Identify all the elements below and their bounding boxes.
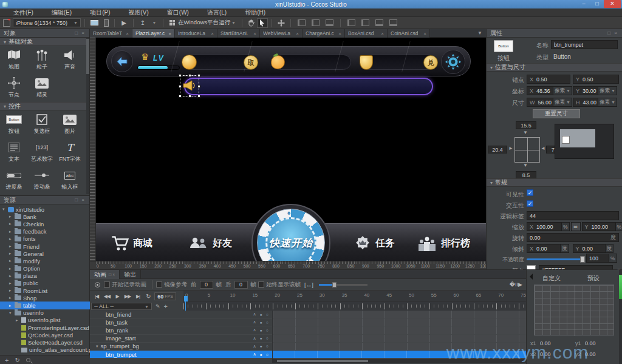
object-item-sound[interactable]: 声音 — [56, 46, 84, 74]
lock-icon[interactable]: ○ — [266, 320, 268, 325]
landscape-mode-button[interactable] — [89, 18, 100, 28]
tab-close-icon[interactable]: × — [423, 31, 426, 36]
publish-button[interactable]: ↥ — [137, 18, 148, 28]
timeline-row-sp_trumpet_bg[interactable]: ▾sp_trumpet_bg∧●○ — [90, 343, 526, 351]
tab-IntroduceLa[interactable]: IntroduceLa× — [175, 29, 217, 38]
widgets-section-header[interactable]: ▾ 控件 — [0, 102, 89, 110]
opacity-slider[interactable] — [527, 258, 583, 260]
tree-row-RoomList[interactable]: ▸RoomList — [0, 287, 90, 294]
resize-handle[interactable] — [179, 85, 182, 88]
tree-row-fonts[interactable]: ▸fonts — [0, 235, 90, 243]
tab-close-icon[interactable]: × — [338, 31, 341, 36]
coordinate-x-unit-select[interactable]: 像素▼ — [553, 86, 572, 95]
size-h-input[interactable]: H43.00 — [573, 98, 598, 107]
resize-handle[interactable] — [188, 74, 191, 77]
tree-row-PromoterInputLayer.csd[interactable]: PromoterInputLayer.csd — [0, 324, 90, 331]
move-up-icon[interactable]: ∧ — [253, 320, 256, 325]
mirror-checkbox[interactable] — [156, 281, 162, 288]
output-tab[interactable]: 输出 — [120, 270, 141, 279]
general-section-header[interactable]: ▾ 常规 — [487, 178, 622, 187]
resize-handle[interactable] — [179, 74, 182, 77]
tree-row-Shop[interactable]: ▸Shop — [0, 294, 90, 302]
tab-CoinAni.csd[interactable]: CoinAni.csd× — [388, 29, 430, 38]
visibility-icon[interactable]: ● — [260, 344, 262, 348]
tree-row-General[interactable]: ▸General — [0, 250, 90, 257]
marquee-input-bar[interactable] — [184, 78, 433, 95]
selection-box[interactable] — [180, 75, 199, 96]
opacity-input[interactable]: 100 — [586, 254, 609, 263]
tree-row-QrCodeLayer.csd[interactable]: QrCodeLayer.csd — [0, 331, 90, 339]
tab-close-icon[interactable]: × — [381, 31, 384, 36]
run-platform-button[interactable]: 在Windows平台运行 ▼ — [167, 18, 238, 28]
scale-x-input[interactable]: X100.00 — [527, 222, 562, 231]
timeline-row-image_start[interactable]: image_start∧●○ — [90, 335, 526, 343]
position-size-section-header[interactable]: ▾ 位置与尺寸 — [487, 63, 622, 72]
select-tool-button[interactable] — [257, 18, 268, 28]
timeline-row-btn_task[interactable]: btn_task∧●○ — [90, 318, 526, 326]
device-select[interactable]: iPhone 6(1334 * 750) ▼ — [13, 18, 81, 27]
visibility-icon[interactable]: ● — [260, 336, 262, 340]
tab-RoomTableT[interactable]: RoomTableT× — [90, 29, 132, 38]
panel-window-icons[interactable]: □ × — [75, 30, 86, 36]
play-button[interactable]: ▶ — [113, 294, 121, 299]
resize-handle[interactable] — [188, 95, 191, 98]
distribute-vertical-icon[interactable] — [361, 19, 369, 26]
move-up-icon[interactable]: ∧ — [253, 344, 256, 349]
menu-item-1[interactable]: 编辑(E) — [52, 8, 72, 17]
anchor-x-input[interactable]: X0.50 — [527, 75, 570, 84]
before-frames-input[interactable]: 0 — [200, 281, 213, 289]
size-w-input[interactable]: W56.00 — [527, 98, 553, 107]
widget-item-art-number[interactable]: [123] 艺术数字 — [28, 138, 56, 166]
nav-shop-button[interactable]: 商城 — [111, 235, 152, 251]
portrait-mode-button[interactable] — [100, 18, 111, 28]
nav-friends-button[interactable]: 好友 — [188, 235, 232, 251]
tab-modified-dot[interactable]: ● — [168, 31, 171, 36]
edit-pencil-icon[interactable]: ✎ — [156, 303, 160, 309]
timeline-row-btn_rank[interactable]: btn_rank∧●○ — [90, 326, 526, 334]
next-frame-button[interactable]: ▶▶ — [123, 294, 132, 299]
go-to-end-button[interactable]: ▶| — [134, 294, 142, 299]
group-expand-arrow[interactable]: ▾ — [96, 344, 98, 349]
tree-row-Bank[interactable]: ▸Bank — [0, 213, 90, 220]
object-name-input[interactable]: btn_trumpet — [551, 40, 618, 49]
tab-overflow-chevron-icon[interactable]: ▼ — [477, 30, 482, 36]
timeline-hscrollbar[interactable] — [272, 359, 526, 363]
visibility-icon[interactable]: ● — [260, 320, 262, 325]
tree-row-userinfo.plist[interactable]: ▸userinfo.plist — [0, 317, 90, 324]
panel-scrollbar[interactable] — [619, 270, 622, 364]
panel-window-icons[interactable]: □ × — [607, 30, 618, 36]
visibility-icon[interactable]: ● — [260, 352, 262, 357]
tab-close-icon[interactable]: × — [126, 31, 129, 36]
always-show-checkbox[interactable] — [258, 281, 264, 288]
curve-editor-grid[interactable] — [534, 285, 614, 335]
tree-row-xinUIstudio[interactable]: ▾xinUIstudio — [0, 206, 90, 213]
margin-left-value[interactable]: 20.4 — [488, 146, 507, 153]
move-up-icon[interactable]: ∧ — [253, 336, 256, 341]
record-checkbox[interactable] — [104, 281, 110, 288]
interactive-checkbox[interactable]: ✓ — [527, 200, 533, 207]
widget-item-checkbox[interactable]: 复选框 — [28, 110, 56, 138]
objects-panel-scrollbar[interactable] — [86, 38, 89, 194]
widget-item-text[interactable]: 文本 — [0, 138, 28, 166]
timeline-ruler[interactable]: 051015202530354045505560657075 — [183, 291, 526, 302]
tree-row-Option[interactable]: ▸Option — [0, 265, 90, 272]
resize-handle[interactable] — [197, 85, 200, 88]
layer-filter-select[interactable]: -- ALL -- ▼ — [91, 303, 152, 310]
widget-item-progressbar[interactable]: 进度条 — [0, 166, 28, 194]
basic-objects-section-header[interactable]: ▾ 基础对象 — [0, 38, 89, 46]
tree-row-userinfo[interactable]: ▾userinfo — [0, 309, 90, 317]
timeline-row-btn_friend[interactable]: btn_friend∧●○ — [90, 311, 526, 318]
prev-frame-button[interactable]: ◀◀ — [103, 294, 111, 299]
collapse-panel-icon[interactable] — [527, 274, 533, 280]
refresh-resources-button[interactable]: ↻ — [15, 357, 19, 363]
anchor-y-input[interactable]: Y0.50 — [573, 75, 619, 84]
tab-PlazzLayer.c[interactable]: PlazzLayer.c● — [132, 29, 175, 38]
menu-item-5[interactable]: 语言(L) — [207, 8, 227, 17]
widget-item-slider[interactable]: 滑动条 — [28, 166, 56, 194]
rotate-device-icon[interactable] — [3, 19, 10, 27]
rotation-input[interactable]: 0.00 度 — [527, 233, 619, 242]
x1-value[interactable]: 0.00 — [540, 340, 551, 346]
tab-ChargeAni.c[interactable]: ChargeAni.c× — [302, 29, 345, 38]
design-canvas[interactable]: ♛ LV 取 兑 — [96, 38, 486, 261]
play-preview-button[interactable]: ▶ — [118, 18, 129, 28]
